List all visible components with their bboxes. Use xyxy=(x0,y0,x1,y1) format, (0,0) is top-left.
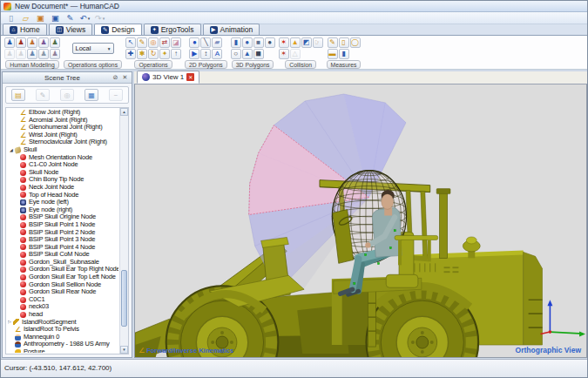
collision-pick-icon: ☞ xyxy=(314,39,321,46)
import-button[interactable]: ▣ xyxy=(34,12,47,24)
tree-item[interactable]: C1-C0 Joint Node xyxy=(8,161,118,169)
mannequin-delete-icon: ♟ xyxy=(6,51,12,57)
tree-scrollbar[interactable]: ▲ ▼ xyxy=(119,108,128,354)
mannequin-settings-button[interactable]: ♟ xyxy=(50,49,60,59)
cylinder-button[interactable]: ▮ xyxy=(231,37,241,48)
mannequin-creator-button[interactable]: ♟ xyxy=(4,37,15,48)
select-special-icon: ✱ xyxy=(139,51,145,57)
select-special-button[interactable]: ✱ xyxy=(137,49,147,59)
dark-cube-icon: ◼ xyxy=(255,51,261,57)
tab-animation[interactable]: ▶Animation xyxy=(203,24,260,35)
auto-hide-pin-button[interactable]: ⊘ xyxy=(111,73,120,83)
mannequin-scale-button[interactable]: ♟ xyxy=(38,49,49,59)
tab-design[interactable]: ✎Design xyxy=(94,24,141,35)
dark-cube-button[interactable]: ◼ xyxy=(253,49,264,59)
close-view-icon[interactable]: ✕ xyxy=(186,73,194,81)
node-icon xyxy=(20,289,26,295)
chevron-down-icon: ▾ xyxy=(108,46,111,51)
scene-canvas xyxy=(135,84,586,357)
ribbon: ♟♟♟♟♟♟♟♟♟♟Human ModelingLocal▾Operations… xyxy=(1,36,587,70)
app-icon xyxy=(3,3,11,10)
triangle-2d-button[interactable]: ▶ xyxy=(189,49,199,59)
scrollbar-down-arrow[interactable]: ▼ xyxy=(120,346,128,354)
line-2d-button[interactable]: ╲ xyxy=(200,37,211,48)
eraser-button[interactable]: ◪ xyxy=(171,37,181,48)
new-document-button[interactable]: ▯ xyxy=(4,12,17,24)
measure-line-button[interactable]: ✎ xyxy=(328,37,338,48)
ribbon-group-human-modeling: ♟♟♟♟♟♟♟♟♟♟Human Modeling xyxy=(4,37,60,69)
center-target-button[interactable]: ◎ xyxy=(148,37,159,48)
combo-value: Local xyxy=(76,44,108,52)
collision-options-button[interactable]: ◩ xyxy=(301,37,312,48)
text-label-button[interactable]: A xyxy=(212,49,222,59)
tab-ergotools[interactable]: ✦ErgoTools xyxy=(144,24,201,35)
save-as-button[interactable]: ✎ xyxy=(64,12,77,24)
3d-viewport[interactable]: ∠ Forward/Inverse Kinematics Orthographi… xyxy=(134,84,587,358)
collision-warning-button[interactable]: ▲ xyxy=(290,37,301,48)
cube-button[interactable]: ■ xyxy=(253,37,264,48)
collision-run-button[interactable]: ✶ xyxy=(279,49,289,59)
triangle-2d-icon: ▶ xyxy=(192,51,197,57)
center-target-icon: ◎ xyxy=(151,39,157,46)
mirror-icon: ⇄ xyxy=(162,39,168,46)
measure-line-icon: ✎ xyxy=(329,39,335,46)
measure-height-button[interactable]: ▯ xyxy=(339,37,349,48)
mannequin-posture-button[interactable]: ♟ xyxy=(27,49,37,59)
window-title: New Document* — HumanCAD xyxy=(15,2,119,10)
measure-width-button[interactable]: ▬ xyxy=(328,49,338,59)
kinematics-mode-label: ∠ Forward/Inverse Kinematics xyxy=(139,347,233,354)
close-panel-button[interactable]: ✕ xyxy=(120,73,130,83)
circle-2d-button[interactable]: ● xyxy=(189,37,199,48)
normal-flip-button[interactable]: ↕ xyxy=(200,49,211,59)
draw-line-button[interactable]: ✎ xyxy=(137,37,147,48)
tree-item[interactable]: Gordon Skull Rear Node xyxy=(8,288,118,296)
mannequin-female-button[interactable]: ♟ xyxy=(27,37,37,48)
circle-outline-button[interactable]: ○ xyxy=(231,49,241,59)
rotate-button[interactable]: ↻ xyxy=(148,49,159,59)
tree-item[interactable]: neck03 xyxy=(8,303,118,311)
undo-icon: ↶ xyxy=(80,14,87,23)
scrollbar-up-arrow[interactable]: ▲ xyxy=(120,108,128,116)
tree-item[interactable]: C0C1 xyxy=(8,296,118,304)
eye-node-icon xyxy=(20,207,26,213)
collision-detect-button[interactable]: ✶ xyxy=(279,37,289,48)
move-button[interactable]: ✚ xyxy=(125,49,136,59)
ellipsoid-button[interactable]: ● xyxy=(265,37,275,48)
raise-button[interactable]: ↑ xyxy=(171,49,181,59)
open-button[interactable]: ▱ xyxy=(19,12,32,24)
tree-item[interactable]: Posture xyxy=(8,348,118,353)
tab-home[interactable]: ⌂Home xyxy=(3,24,47,35)
plane-2d-button[interactable]: ▰ xyxy=(212,37,222,48)
scene-tree-panel: x Scene Tree ⊘ ✕ ▤✎◎▦− ∠Elbow Joint (Rig… xyxy=(2,71,132,358)
save-button[interactable]: ▣ xyxy=(49,12,62,24)
mannequin-settings-icon: ♟ xyxy=(51,51,57,57)
node-icon xyxy=(20,192,26,198)
tab-3d-view-1[interactable]: 3D View 1 ✕ xyxy=(137,71,199,84)
undo-button[interactable]: ↶▾ xyxy=(78,12,91,24)
tab-views[interactable]: ◫Views xyxy=(49,24,93,35)
tree-item-label: Sternoclavicular Joint (Right) xyxy=(29,138,107,146)
ribbon-group-label: Collision xyxy=(285,60,316,69)
mirror-button[interactable]: ⇄ xyxy=(159,37,170,48)
tab-label: Views xyxy=(66,25,86,34)
ribbon-group-label: Measures xyxy=(327,60,362,69)
collision-static-button: △ xyxy=(290,49,301,59)
sphere-button[interactable]: ● xyxy=(242,37,253,48)
mannequin-rotate-button[interactable]: ♟ xyxy=(38,37,49,48)
mannequin-male-button[interactable]: ♟ xyxy=(16,37,26,48)
measure-angle-button[interactable]: ◯ xyxy=(350,37,361,48)
select-cursor-button[interactable]: ↖ xyxy=(125,37,136,48)
mannequin-group-button[interactable]: ♟ xyxy=(50,37,60,48)
snap-button[interactable]: ✦ xyxy=(159,49,170,59)
measure-ruler-button[interactable]: ▮ xyxy=(339,49,349,59)
cone-icon: ▲ xyxy=(244,51,251,57)
add-image-button[interactable]: ▦ xyxy=(84,89,98,101)
raise-icon: ↑ xyxy=(174,51,178,57)
collision-pick-button[interactable]: ☞ xyxy=(313,37,323,48)
cone-button[interactable]: ▲ xyxy=(242,49,253,59)
node-icon xyxy=(20,177,26,183)
measure-width-icon: ▬ xyxy=(329,51,336,57)
scrollbar-thumb[interactable] xyxy=(121,270,127,327)
add-node-button[interactable]: ▤ xyxy=(11,89,25,101)
coordinate-system-select[interactable]: Local▾ xyxy=(72,43,114,54)
